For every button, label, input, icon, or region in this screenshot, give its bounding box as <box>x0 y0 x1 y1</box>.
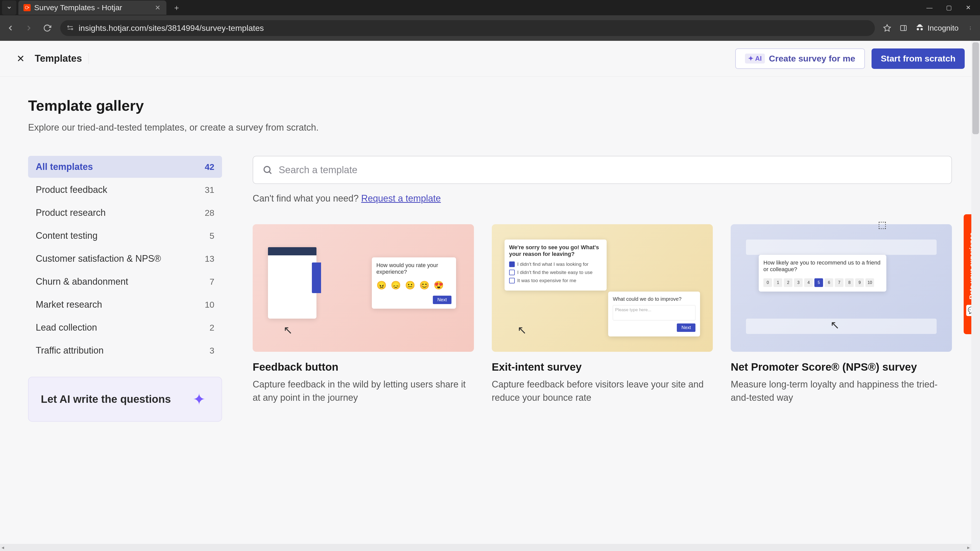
category-label: Product feedback <box>36 184 107 195</box>
mock-rating-widget: How would you rate your experience? 😠😞😐😊… <box>372 257 456 309</box>
category-label: Customer satisfaction & NPS® <box>36 253 161 264</box>
template-grid: How would you rate your experience? 😠😞😐😊… <box>253 224 952 404</box>
category-count: 10 <box>205 300 215 310</box>
forward-button[interactable] <box>24 23 34 33</box>
browser-menu-icon[interactable]: ⋮ <box>966 24 975 33</box>
category-sidebar: All templates42Product feedback31Product… <box>28 156 222 422</box>
close-templates-button[interactable]: ✕ <box>15 53 26 64</box>
ai-promo-card[interactable]: Let AI write the questions ✦ <box>28 377 222 422</box>
site-settings-icon[interactable] <box>66 24 75 32</box>
nps-number: 3 <box>794 278 803 287</box>
start-from-scratch-button[interactable]: Start from scratch <box>872 48 965 69</box>
category-label: Content testing <box>36 230 97 241</box>
app-header: ✕ Templates ✦ AI Create survey for me St… <box>0 41 980 76</box>
nps-number: 9 <box>855 278 864 287</box>
category-count: 28 <box>205 208 215 218</box>
back-button[interactable] <box>5 23 16 33</box>
main-content: Can't find what you need? Request a temp… <box>253 156 952 422</box>
category-item[interactable]: Product feedback31 <box>28 179 222 201</box>
card-thumbnail: How would you rate your experience? 😠😞😐😊… <box>253 224 474 352</box>
svg-marker-4 <box>884 25 891 31</box>
card-description: Capture feedback before visitors leave y… <box>492 378 713 404</box>
card-title: Exit-intent survey <box>492 361 713 373</box>
cursor-icon: ↖ <box>517 324 527 337</box>
minimize-button[interactable]: — <box>925 3 934 12</box>
page-body: Template gallery Explore our tried-and-t… <box>0 76 980 422</box>
close-window-button[interactable]: ✕ <box>964 3 973 12</box>
tab-search-dropdown[interactable] <box>2 0 16 15</box>
template-card-exit-intent[interactable]: We're sorry to see you go! What's your r… <box>492 224 713 404</box>
category-label: Lead collection <box>36 322 97 333</box>
category-item[interactable]: Lead collection2 <box>28 317 222 338</box>
search-field[interactable] <box>253 156 952 184</box>
category-label: Product research <box>36 207 106 218</box>
ai-chip: ✦ AI <box>745 54 765 64</box>
incognito-label: Incognito <box>928 24 959 32</box>
mock-nps-widget: How likely are you to recommend us to a … <box>759 255 886 292</box>
card-thumbnail: How likely are you to recommend us to a … <box>731 224 952 352</box>
category-count: 7 <box>210 277 215 287</box>
address-bar[interactable]: insights.hotjar.com/sites/3814994/survey… <box>60 20 875 36</box>
nps-number: 1 <box>773 278 782 287</box>
card-title: Feedback button <box>253 361 474 373</box>
category-label: Churn & abandonment <box>36 276 128 287</box>
category-item[interactable]: All templates42 <box>28 156 222 178</box>
browser-titlebar: ⧃ Survey Templates - Hotjar ✕ ＋ — ▢ ✕ <box>0 0 980 15</box>
nps-number: 6 <box>824 278 833 287</box>
search-icon <box>262 165 272 175</box>
category-count: 31 <box>205 185 215 195</box>
category-label: All templates <box>36 162 93 172</box>
horizontal-scrollbar[interactable]: ◂▸ <box>0 544 971 551</box>
page-subtitle: Explore our tried-and-tested templates, … <box>28 122 952 133</box>
category-count: 3 <box>210 346 215 356</box>
card-description: Capture feedback in the wild by letting … <box>253 378 474 404</box>
category-item[interactable]: Product research28 <box>28 202 222 224</box>
category-count: 13 <box>205 254 215 264</box>
nps-number: 0 <box>763 278 772 287</box>
window-controls: — ▢ ✕ <box>925 3 978 12</box>
tab-close-button[interactable]: ✕ <box>154 4 161 11</box>
sidepanel-icon[interactable] <box>899 24 908 33</box>
svg-rect-5 <box>900 25 907 30</box>
url-text: insights.hotjar.com/sites/3814994/survey… <box>79 24 264 33</box>
category-label: Market research <box>36 299 102 310</box>
card-thumbnail: We're sorry to see you go! What's your r… <box>492 224 713 352</box>
category-item[interactable]: Content testing5 <box>28 225 222 247</box>
maximize-button[interactable]: ▢ <box>944 3 953 12</box>
browser-tab[interactable]: ⧃ Survey Templates - Hotjar ✕ <box>18 0 166 15</box>
nps-number: 4 <box>804 278 813 287</box>
template-card-nps[interactable]: How likely are you to recommend us to a … <box>731 224 952 404</box>
svg-point-7 <box>264 167 270 172</box>
nps-number: 2 <box>784 278 792 287</box>
svg-point-2 <box>72 29 73 30</box>
vertical-scrollbar[interactable] <box>971 41 980 551</box>
svg-point-0 <box>68 26 69 27</box>
search-input[interactable] <box>279 165 942 176</box>
cursor-icon: ↖ <box>283 324 293 337</box>
category-item[interactable]: Customer satisfaction & NPS®13 <box>28 248 222 270</box>
category-count: 42 <box>205 162 215 172</box>
sparkle-icon: ✦ <box>189 389 209 410</box>
nps-number: 5 <box>815 278 823 287</box>
new-tab-button[interactable]: ＋ <box>172 3 182 13</box>
incognito-indicator[interactable]: Incognito <box>915 24 959 33</box>
create-survey-label: Create survey for me <box>769 54 855 64</box>
tab-title: Survey Templates - Hotjar <box>34 3 151 12</box>
template-card-feedback-button[interactable]: How would you rate your experience? 😠😞😐😊… <box>253 224 474 404</box>
reload-button[interactable] <box>42 23 52 33</box>
category-label: Traffic attribution <box>36 345 103 356</box>
nps-number: 8 <box>845 278 854 287</box>
request-template-line: Can't find what you need? Request a temp… <box>253 193 952 204</box>
category-item[interactable]: Market research10 <box>28 294 222 316</box>
category-count: 5 <box>210 231 215 241</box>
browser-toolbar: insights.hotjar.com/sites/3814994/survey… <box>0 15 980 41</box>
page-title: Template gallery <box>28 97 952 114</box>
mock-exit-widget: We're sorry to see you go! What's your r… <box>504 240 607 291</box>
request-template-link[interactable]: Request a template <box>361 193 441 203</box>
bookmark-icon[interactable] <box>883 24 892 33</box>
category-item[interactable]: Churn & abandonment7 <box>28 271 222 292</box>
create-survey-ai-button[interactable]: ✦ AI Create survey for me <box>735 48 865 69</box>
mock-improve-widget: What could we do to improve? Please type… <box>608 292 700 337</box>
favicon-icon: ⧃ <box>24 4 30 11</box>
category-item[interactable]: Traffic attribution3 <box>28 340 222 362</box>
